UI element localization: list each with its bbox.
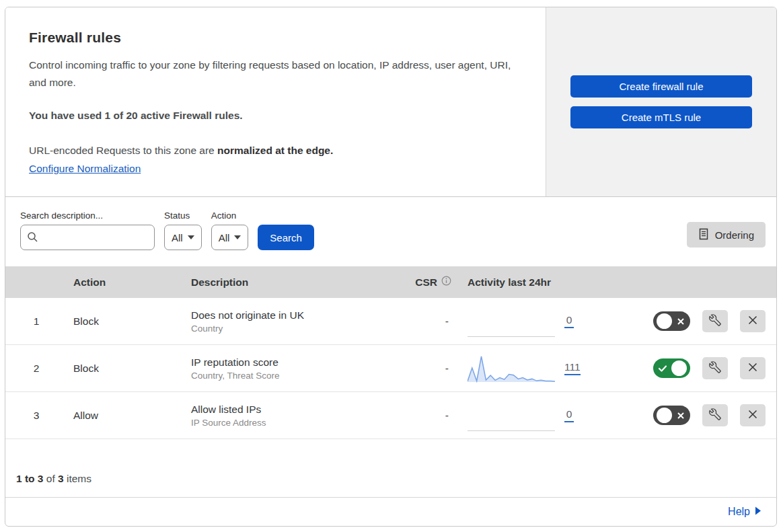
firewall-rules-page: Firewall rules Control incoming traffic … (0, 0, 781, 532)
header-section: Firewall rules Control incoming traffic … (5, 7, 776, 197)
search-label: Search description... (20, 211, 155, 221)
search-input[interactable] (20, 225, 155, 250)
chevron-down-icon (188, 235, 194, 239)
activity-sparkline (468, 409, 555, 431)
create-firewall-rule-button[interactable]: Create firewall rule (570, 75, 752, 98)
items-total: 3 (58, 473, 64, 484)
search-button[interactable]: Search (258, 225, 314, 250)
activity-count-link[interactable]: 0 (564, 314, 574, 328)
wrench-icon (709, 408, 721, 422)
delete-rule-button[interactable] (740, 310, 766, 332)
activity-count-link[interactable]: 0 (564, 408, 574, 422)
search-icon (27, 231, 38, 245)
status-dropdown[interactable]: All (164, 225, 202, 250)
configure-normalization-link[interactable]: Configure Normalization (29, 163, 141, 175)
close-icon (747, 315, 758, 328)
toggle-knob (671, 360, 687, 376)
rule-description: IP reputation score (191, 356, 400, 369)
rule-priority: 2 (5, 363, 67, 375)
usage-summary: You have used 1 of 20 active Firewall ru… (29, 107, 517, 124)
normalization-bold: normalized at the edge. (217, 145, 333, 156)
close-icon (747, 409, 758, 422)
table-header-row: Action Description CSR Activity last 24h… (5, 266, 776, 298)
toggle-knob (657, 408, 672, 423)
rule-csr-value: - (400, 410, 468, 422)
firewall-rules-card: Firewall rules Control incoming traffic … (5, 7, 777, 527)
action-dropdown[interactable]: All (211, 225, 249, 250)
normalization-text: URL-encoded Requests to this zone are no… (29, 142, 517, 159)
rule-priority: 3 (5, 410, 67, 422)
column-header-description: Description (185, 276, 400, 289)
pagination-summary: 1 to 3 of 3 items (5, 439, 776, 497)
help-bar: Help (5, 497, 776, 526)
toggle-knob (657, 313, 672, 329)
filter-bar: Search description... Status All (5, 197, 776, 266)
table-row: 3 Allow Allow listed IPs IP Source Addre… (5, 392, 776, 439)
rule-criteria: IP Source Address (191, 418, 400, 428)
edit-rule-button[interactable] (702, 310, 728, 332)
action-dropdown-value: All (219, 232, 230, 243)
normalization-prefix: URL-encoded Requests to this zone are (29, 145, 217, 156)
rule-enabled-toggle[interactable] (653, 406, 690, 425)
header-text-block: Firewall rules Control incoming traffic … (5, 7, 546, 196)
info-icon[interactable] (441, 276, 451, 289)
column-header-activity: Activity last 24hr (468, 276, 628, 289)
action-label: Action (211, 211, 249, 221)
arrow-right-icon (755, 506, 761, 518)
column-header-action: Action (67, 276, 185, 289)
close-icon (747, 362, 758, 375)
edit-rule-button[interactable] (702, 357, 728, 379)
ordering-button[interactable]: Ordering (687, 222, 766, 248)
ordering-button-label: Ordering (715, 229, 754, 241)
delete-rule-button[interactable] (740, 404, 766, 426)
status-label: Status (164, 211, 202, 221)
activity-sparkline (468, 315, 555, 337)
table-row: 2 Block IP reputation score Country, Thr… (5, 345, 776, 392)
items-text: items (64, 473, 91, 484)
delete-rule-button[interactable] (740, 357, 766, 379)
csr-header-label: CSR (415, 276, 437, 289)
rule-enabled-toggle[interactable] (653, 311, 690, 331)
table-row: 1 Block Does not originate in UK Country… (5, 298, 776, 345)
list-document-icon (698, 228, 709, 242)
rule-criteria: Country, Threat Score (191, 371, 400, 381)
wrench-icon (709, 314, 721, 328)
help-link-label: Help (728, 506, 750, 518)
page-title: Firewall rules (29, 30, 517, 46)
rule-action: Block (67, 363, 185, 375)
create-mtls-rule-button[interactable]: Create mTLS rule (570, 106, 752, 128)
rule-description: Allow listed IPs (191, 404, 400, 416)
help-link[interactable]: Help (728, 506, 761, 518)
rule-action: Block (67, 315, 185, 328)
page-description: Control incoming traffic to your zone by… (29, 56, 517, 91)
check-icon (657, 365, 669, 373)
rule-action: Allow (67, 410, 185, 422)
activity-sparkline (468, 354, 555, 383)
activity-count-link[interactable]: 111 (564, 361, 581, 375)
rule-description: Does not originate in UK (191, 309, 400, 321)
rule-criteria: Country (191, 324, 400, 334)
rule-csr-value: - (400, 315, 468, 328)
chevron-down-icon (234, 235, 241, 239)
rule-csr-value: - (400, 363, 468, 375)
status-dropdown-value: All (172, 232, 183, 243)
column-header-csr: CSR (400, 276, 468, 289)
x-icon (675, 317, 687, 326)
x-icon (675, 412, 687, 420)
actions-panel: Create firewall rule Create mTLS rule (546, 7, 776, 196)
edit-rule-button[interactable] (702, 404, 728, 426)
wrench-icon (709, 361, 721, 375)
rules-table: Action Description CSR Activity last 24h… (5, 266, 776, 439)
rule-priority: 1 (5, 315, 67, 328)
of-text: of (43, 473, 58, 484)
items-range: 1 to 3 (16, 473, 43, 484)
rule-enabled-toggle[interactable] (653, 358, 690, 378)
